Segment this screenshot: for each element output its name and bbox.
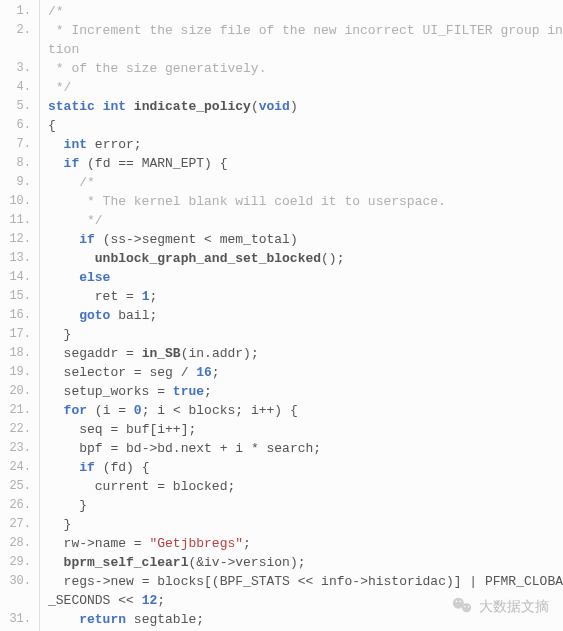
line-number: 20.: [0, 382, 39, 401]
code-line: {: [48, 116, 563, 135]
code-line: /*: [48, 173, 563, 192]
code-line: * The kernel blank will coeld it to user…: [48, 192, 563, 211]
code-line: */: [48, 211, 563, 230]
svg-point-1: [462, 603, 471, 612]
code-line: /*: [48, 2, 563, 21]
code-line: int error;: [48, 135, 563, 154]
line-number: 31.: [0, 610, 39, 629]
line-number: 23.: [0, 439, 39, 458]
code-line: unblock_graph_and_set_blocked();: [48, 249, 563, 268]
code-line: else: [48, 268, 563, 287]
line-number: 8.: [0, 154, 39, 173]
line-number: 6.: [0, 116, 39, 135]
code-line: setup_works = true;: [48, 382, 563, 401]
line-number: 7.: [0, 135, 39, 154]
svg-point-4: [464, 606, 465, 607]
code-line: }: [48, 515, 563, 534]
line-number: 13.: [0, 249, 39, 268]
line-number: 22.: [0, 420, 39, 439]
code-line: if (ss->segment < mem_total): [48, 230, 563, 249]
line-number: 5.: [0, 97, 39, 116]
line-number: 21.: [0, 401, 39, 420]
line-number: 19.: [0, 363, 39, 382]
svg-point-2: [456, 600, 458, 602]
code-line: selector = seg / 16;: [48, 363, 563, 382]
code-line: static int indicate_policy(void): [48, 97, 563, 116]
line-number: 28.: [0, 534, 39, 553]
line-number: 2.: [0, 21, 39, 40]
line-number: 17.: [0, 325, 39, 344]
code-line: regs->new = blocks[(BPF_STATS << info->h…: [48, 572, 563, 591]
line-number: 3.: [0, 59, 39, 78]
svg-point-3: [459, 600, 461, 602]
wechat-icon: [451, 594, 473, 619]
line-number: 14.: [0, 268, 39, 287]
code-line: */: [48, 78, 563, 97]
code-block: 1. 2. 3. 4. 5. 6. 7. 8. 9. 10. 11. 12. 1…: [0, 0, 563, 631]
line-number: 18.: [0, 344, 39, 363]
line-number: 24.: [0, 458, 39, 477]
code-line: }: [48, 325, 563, 344]
code-line: tion: [48, 40, 563, 59]
line-number: 4.: [0, 78, 39, 97]
line-number: 27.: [0, 515, 39, 534]
line-number: 25.: [0, 477, 39, 496]
line-number-gutter: 1. 2. 3. 4. 5. 6. 7. 8. 9. 10. 11. 12. 1…: [0, 0, 40, 631]
line-number: 11.: [0, 211, 39, 230]
line-number: 12.: [0, 230, 39, 249]
line-number: 29.: [0, 553, 39, 572]
watermark-text: 大数据文摘: [479, 598, 549, 616]
line-number: [0, 591, 39, 610]
code-line: current = blocked;: [48, 477, 563, 496]
line-number: [0, 40, 39, 59]
watermark: 大数据文摘: [451, 594, 549, 619]
code-line: }: [48, 496, 563, 515]
code-line: for (i = 0; i < blocks; i++) {: [48, 401, 563, 420]
code-line: if (fd == MARN_EPT) {: [48, 154, 563, 173]
line-number: 15.: [0, 287, 39, 306]
line-number: 30.: [0, 572, 39, 591]
code-line: * of the size generatively.: [48, 59, 563, 78]
line-number: 10.: [0, 192, 39, 211]
code-line: goto bail;: [48, 306, 563, 325]
code-line: segaddr = in_SB(in.addr);: [48, 344, 563, 363]
code-line: seq = buf[i++];: [48, 420, 563, 439]
line-number: 1.: [0, 2, 39, 21]
code-line: ret = 1;: [48, 287, 563, 306]
line-number: 16.: [0, 306, 39, 325]
line-number: 9.: [0, 173, 39, 192]
line-number: 26.: [0, 496, 39, 515]
code-line: rw->name = "Getjbbregs";: [48, 534, 563, 553]
code-line: bpf = bd->bd.next + i * search;: [48, 439, 563, 458]
code-line: bprm_self_clearl(&iv->version);: [48, 553, 563, 572]
code-line: * Increment the size file of the new inc…: [48, 21, 563, 40]
code-area: /* * Increment the size file of the new …: [40, 0, 563, 631]
svg-point-5: [468, 606, 469, 607]
code-line: if (fd) {: [48, 458, 563, 477]
